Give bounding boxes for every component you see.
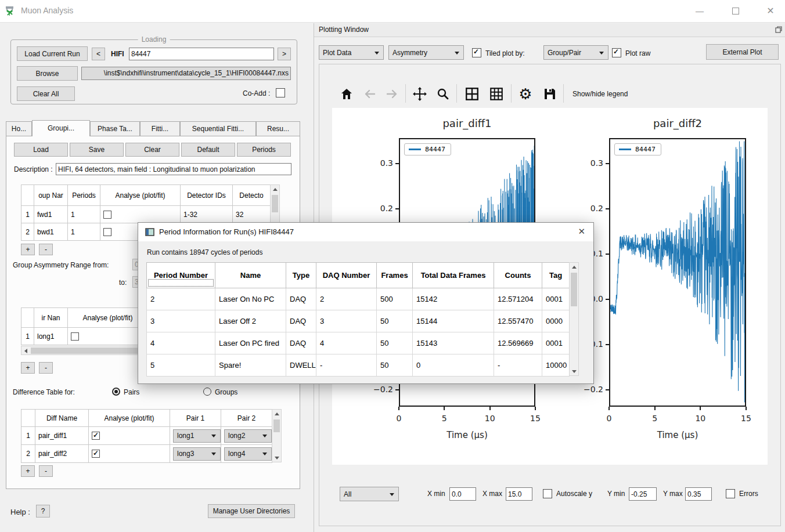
cell[interactable]: long3 xyxy=(170,445,221,463)
diff-remove-button[interactable]: - xyxy=(39,465,53,477)
show-hide-legend-button[interactable]: Show/hide legend xyxy=(572,90,628,98)
table-row: 2Laser On No PCDAQ25001514212.5712040001 xyxy=(147,288,570,310)
tile-2x2-grid-icon[interactable] xyxy=(463,85,481,103)
plot-selector-dropdown[interactable]: All xyxy=(340,487,399,501)
gear-icon[interactable]: ⚙ xyxy=(517,85,534,103)
minimize-icon[interactable]: — xyxy=(691,5,708,17)
help-button[interactable]: ? xyxy=(36,505,50,517)
zoom-icon[interactable] xyxy=(434,85,452,103)
pair-select-dropdown[interactable]: long2 xyxy=(224,429,272,443)
cell[interactable]: 1 xyxy=(68,206,100,223)
maximize-icon[interactable] xyxy=(727,5,744,17)
group-remove-button[interactable]: - xyxy=(39,244,53,255)
tile-by-dropdown[interactable]: Group/Pair xyxy=(543,45,608,60)
cell[interactable] xyxy=(68,328,148,345)
scroll-left-arrow[interactable] xyxy=(21,346,30,355)
analyse-checkbox[interactable] xyxy=(71,332,79,341)
cell[interactable]: 1 xyxy=(68,223,100,241)
tab-resu[interactable]: Resu... xyxy=(256,121,300,136)
scroll-down-arrow[interactable] xyxy=(570,367,578,376)
pair-select-dropdown[interactable]: long1 xyxy=(173,429,221,443)
analyse-checkbox[interactable] xyxy=(103,228,111,236)
autoscale-y-checkbox[interactable] xyxy=(543,489,552,498)
cell[interactable]: pair_diff1 xyxy=(35,427,89,445)
browse-button[interactable]: Browse xyxy=(17,66,78,81)
external-plot-button[interactable]: External Plot xyxy=(706,44,779,60)
ymin-input[interactable] xyxy=(629,487,657,501)
tile-3x3-grid-icon[interactable] xyxy=(488,85,505,103)
cell[interactable]: pair_diff2 xyxy=(35,445,89,463)
clear-all-button[interactable]: Clear All xyxy=(17,86,75,101)
column-header: Analyse (plot/fit) xyxy=(100,185,181,206)
scroll-up-arrow[interactable] xyxy=(271,185,279,194)
tab-sequential fitti[interactable]: Sequential Fitti... xyxy=(180,121,256,136)
clear-button[interactable]: Clear xyxy=(125,143,179,157)
vertical-scrollbar[interactable] xyxy=(569,262,579,376)
manage-user-directories-button[interactable]: Manage User Directories xyxy=(208,504,295,518)
forward-icon[interactable] xyxy=(383,85,401,103)
tab-fitti[interactable]: Fitti... xyxy=(140,121,180,136)
errors-checkbox[interactable] xyxy=(726,489,735,498)
xmin-input[interactable] xyxy=(449,487,476,501)
pairs-radio[interactable] xyxy=(112,388,120,396)
cell[interactable]: long4 xyxy=(221,445,272,463)
tab-groupi[interactable]: Groupi... xyxy=(32,120,90,136)
periods-button[interactable]: Periods xyxy=(237,143,291,157)
dock-float-icon[interactable] xyxy=(775,26,782,33)
plot-axes[interactable]: 84447 xyxy=(609,138,746,407)
vertical-scrollbar[interactable] xyxy=(272,409,282,462)
groups-radio[interactable] xyxy=(203,388,211,396)
tab-ho[interactable]: Ho... xyxy=(6,121,32,136)
load-current-run-button[interactable]: Load Current Run xyxy=(17,46,88,61)
pairs-radio-label[interactable]: Pairs xyxy=(124,388,139,396)
xmax-input[interactable] xyxy=(506,487,532,501)
analyse-checkbox[interactable] xyxy=(92,450,100,458)
tab-phase ta[interactable]: Phase Ta... xyxy=(90,121,140,136)
next-run-button[interactable]: > xyxy=(278,48,291,60)
prev-run-button[interactable]: < xyxy=(92,48,105,60)
pair-select-dropdown[interactable]: long3 xyxy=(173,447,221,461)
home-icon[interactable] xyxy=(338,85,355,103)
pair-select-dropdown[interactable]: long4 xyxy=(224,447,272,461)
run-number-input[interactable] xyxy=(129,48,274,60)
cell[interactable]: 32 xyxy=(233,206,271,223)
pan-icon[interactable] xyxy=(411,85,428,103)
analyse-checkbox[interactable] xyxy=(92,432,100,440)
cell[interactable]: fwd1 xyxy=(34,206,68,223)
close-icon[interactable]: ✕ xyxy=(762,5,779,17)
group-add-button[interactable]: + xyxy=(21,244,35,255)
scrollbar-thumb[interactable] xyxy=(571,273,577,306)
plot-type-dropdown[interactable]: Asymmetry xyxy=(388,45,464,60)
file-path-field[interactable]: \inst$\ndxhifi\instrument\data\cycle_15_… xyxy=(81,67,291,80)
ymax-input[interactable] xyxy=(685,487,712,501)
cell[interactable] xyxy=(100,206,181,223)
default-button[interactable]: Default xyxy=(181,143,235,157)
groups-radio-label[interactable]: Groups xyxy=(215,388,237,396)
dialog-close-icon[interactable]: ✕ xyxy=(578,226,585,237)
scrollbar-thumb[interactable] xyxy=(273,419,280,432)
coadd-checkbox[interactable] xyxy=(276,88,285,97)
back-icon[interactable] xyxy=(361,85,379,103)
analyse-checkbox[interactable] xyxy=(103,211,111,219)
tiled-plot-checkbox[interactable] xyxy=(472,48,481,57)
cell[interactable]: long1 xyxy=(170,427,221,445)
pair-add-button[interactable]: + xyxy=(21,362,35,374)
load-button[interactable]: Load xyxy=(14,143,68,157)
diff-add-button[interactable]: + xyxy=(21,465,35,477)
plot-raw-checkbox[interactable] xyxy=(612,48,621,57)
cell[interactable]: long2 xyxy=(221,427,272,445)
pair-remove-button[interactable]: - xyxy=(39,362,53,374)
save-button[interactable]: Save xyxy=(70,143,124,157)
cell[interactable] xyxy=(89,427,170,445)
scrollbar-thumb[interactable] xyxy=(272,195,278,212)
plot-data-dropdown[interactable]: Plot Data xyxy=(319,45,384,60)
save-icon[interactable] xyxy=(541,85,559,103)
cell[interactable]: 1-32 xyxy=(181,206,233,223)
scroll-up-arrow[interactable] xyxy=(570,263,578,272)
scroll-up-arrow[interactable] xyxy=(272,410,281,418)
cell[interactable]: long1 xyxy=(34,328,68,345)
cell[interactable]: bwd1 xyxy=(34,223,68,241)
cell[interactable] xyxy=(89,445,170,463)
description-input[interactable] xyxy=(56,163,291,175)
scroll-down-arrow[interactable] xyxy=(272,454,281,462)
